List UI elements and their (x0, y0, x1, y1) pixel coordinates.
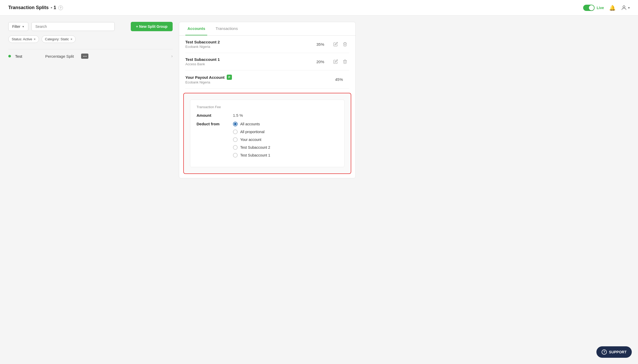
search-input-wrap (31, 22, 115, 31)
filter-tag-category-remove[interactable]: × (70, 37, 72, 41)
edit-icon-1[interactable] (331, 40, 340, 48)
radio-circle-all-accounts (233, 122, 238, 126)
account-info-2: Test Subaccount 1 Access Bank (185, 57, 316, 66)
filter-tags: Status: Active × Category: Static × (8, 35, 173, 43)
account-bank-2: Access Bank (185, 62, 316, 66)
row-chevron-icon: › (171, 54, 173, 58)
radio-all-proportional[interactable]: All proportional (233, 129, 270, 134)
fee-section: Transaction Fee Amount 1.5 % Deduct from… (183, 93, 351, 174)
svg-point-0 (623, 6, 625, 8)
radio-label-your-account: Your account (240, 138, 261, 142)
live-label: Live (597, 6, 604, 10)
radio-circle-all-proportional (233, 129, 238, 134)
radio-circle-test-subaccount-2 (233, 145, 238, 150)
bell-icon[interactable]: 🔔 (609, 5, 616, 11)
filter-tag-category-label: Category: Static (45, 37, 69, 41)
support-label: SUPPORT (609, 350, 627, 354)
filter-tag-status: Status: Active × (8, 35, 39, 43)
account-row-1: Test Subaccount 2 Ecobank Nigeria 35% (185, 36, 349, 53)
title-count: - 1 (51, 5, 56, 10)
fee-options: All accounts All proportional Your accou… (233, 122, 270, 158)
account-name-2: Test Subaccount 1 (185, 57, 316, 62)
live-switch[interactable] (583, 5, 595, 11)
filter-tag-status-remove[interactable]: × (34, 37, 36, 41)
radio-circle-test-subaccount-1 (233, 153, 238, 158)
radio-label-test-subaccount-1: Test Subaccount 1 (240, 153, 270, 157)
transaction-type: Percentage Split (45, 54, 74, 58)
tab-transactions[interactable]: Transactions (213, 22, 240, 35)
account-row-3: Your Payout Account P Ecobank Nigeria 45… (185, 70, 349, 89)
account-info-1: Test Subaccount 2 Ecobank Nigeria (185, 40, 316, 49)
title-text: Transaction Splits (8, 5, 49, 10)
account-bank-1: Ecobank Nigeria (185, 45, 316, 49)
live-toggle: Live (583, 5, 604, 11)
account-name-1: Test Subaccount 2 (185, 40, 316, 44)
more-options-icon[interactable] (81, 54, 88, 59)
user-icon[interactable]: ▾ (621, 5, 630, 11)
radio-test-subaccount-1[interactable]: Test Subaccount 1 (233, 153, 270, 158)
radio-label-all-accounts: All accounts (240, 122, 260, 126)
fee-amount-value: 1.5 % (233, 113, 243, 118)
account-row-2: Test Subaccount 1 Access Bank 20% (185, 53, 349, 70)
filter-label: Filter (12, 24, 20, 29)
account-percent-3: 45% (335, 77, 343, 82)
filter-tag-status-label: Status: Active (12, 37, 32, 41)
fee-inner: Transaction Fee Amount 1.5 % Deduct from… (190, 100, 344, 167)
fee-deduct-label: Deduct from (197, 122, 233, 126)
radio-label-test-subaccount-2: Test Subaccount 2 (240, 145, 270, 150)
tabs: Accounts Transactions (179, 22, 355, 36)
support-help-icon: ? (602, 349, 607, 355)
page-title: Transaction Splits - 1 ? (8, 5, 63, 10)
tab-accounts[interactable]: Accounts (185, 22, 207, 35)
account-percent-1: 35% (316, 42, 324, 47)
right-panel: Accounts Transactions Test Subaccount 2 … (179, 22, 356, 178)
support-button[interactable]: ? SUPPORT (596, 346, 632, 358)
chevron-down-icon: ▼ (22, 25, 24, 28)
table-row[interactable]: Test Percentage Split › (8, 49, 173, 63)
fee-amount-row: Amount 1.5 % (197, 113, 338, 118)
search-input[interactable] (31, 22, 115, 31)
navbar: Transaction Splits - 1 ? Live 🔔 ▾ (0, 0, 638, 16)
left-panel: Filter ▼ + New Split Group Status: Activ… (8, 22, 173, 178)
transaction-name: Test (15, 54, 41, 58)
account-info-3: Your Payout Account P Ecobank Nigeria (185, 75, 335, 84)
fee-deduct-row: Deduct from All accounts All proportiona… (197, 122, 338, 158)
active-status-dot (8, 55, 11, 57)
fee-title: Transaction Fee (197, 105, 338, 109)
payout-badge: P (227, 75, 232, 80)
radio-label-all-proportional: All proportional (240, 130, 264, 134)
delete-icon-2[interactable] (341, 57, 349, 66)
radio-test-subaccount-2[interactable]: Test Subaccount 2 (233, 145, 270, 150)
navbar-right: Live 🔔 ▾ (583, 5, 630, 11)
radio-circle-your-account (233, 137, 238, 142)
edit-icon-2[interactable] (331, 57, 340, 66)
fee-amount-label: Amount (197, 113, 233, 118)
toolbar: Filter ▼ + New Split Group (8, 22, 173, 31)
filter-tag-category: Category: Static × (42, 35, 76, 43)
main-content: Filter ▼ + New Split Group Status: Activ… (0, 16, 364, 185)
radio-all-accounts[interactable]: All accounts (233, 122, 270, 126)
help-icon[interactable]: ? (58, 5, 63, 10)
account-percent-2: 20% (316, 60, 324, 64)
account-name-3: Your Payout Account P (185, 75, 335, 80)
account-bank-3: Ecobank Nigeria (185, 80, 335, 84)
new-split-button[interactable]: + New Split Group (131, 22, 173, 31)
delete-icon-1[interactable] (341, 40, 349, 48)
accounts-list: Test Subaccount 2 Ecobank Nigeria 35% Te… (179, 36, 355, 89)
radio-your-account[interactable]: Your account (233, 137, 270, 142)
filter-button[interactable]: Filter ▼ (8, 22, 28, 31)
